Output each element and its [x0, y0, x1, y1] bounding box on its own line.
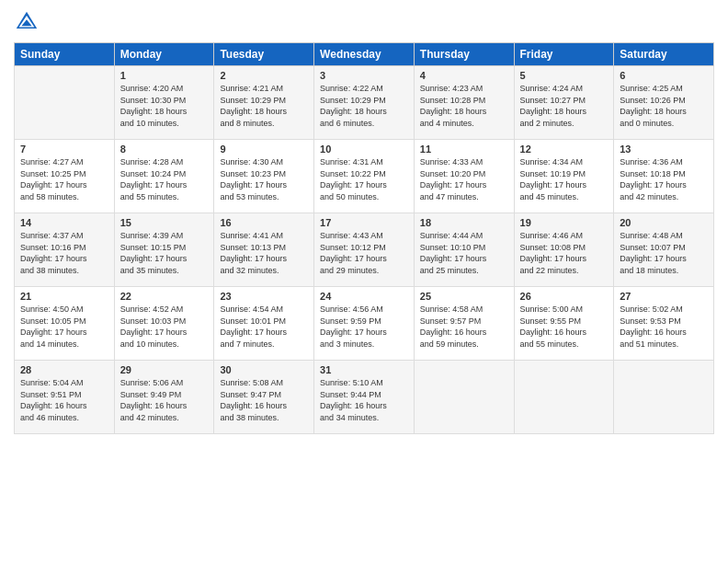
day-cell: [514, 361, 614, 434]
day-number: 17: [320, 217, 408, 228]
day-info: Sunrise: 4:44 AM Sunset: 10:10 PM Daylig…: [420, 230, 508, 276]
day-info: Sunrise: 4:20 AM Sunset: 10:30 PM Daylig…: [120, 83, 209, 129]
day-info: Sunrise: 4:30 AM Sunset: 10:23 PM Daylig…: [220, 156, 308, 202]
col-header-saturday: Saturday: [614, 43, 714, 66]
day-info: Sunrise: 5:02 AM Sunset: 9:53 PM Dayligh…: [620, 304, 708, 350]
day-info: Sunrise: 4:31 AM Sunset: 10:22 PM Daylig…: [320, 156, 408, 202]
day-number: 9: [220, 144, 308, 155]
day-info: Sunrise: 4:39 AM Sunset: 10:15 PM Daylig…: [120, 230, 209, 276]
day-cell: 13Sunrise: 4:36 AM Sunset: 10:18 PM Dayl…: [614, 140, 714, 213]
col-header-sunday: Sunday: [15, 43, 115, 66]
day-cell: 10Sunrise: 4:31 AM Sunset: 10:22 PM Dayl…: [314, 140, 415, 213]
day-info: Sunrise: 5:06 AM Sunset: 9:49 PM Dayligh…: [120, 377, 209, 423]
day-cell: 15Sunrise: 4:39 AM Sunset: 10:15 PM Dayl…: [114, 213, 214, 287]
day-cell: 17Sunrise: 4:43 AM Sunset: 10:12 PM Dayl…: [314, 213, 415, 287]
day-info: Sunrise: 4:48 AM Sunset: 10:07 PM Daylig…: [620, 230, 708, 276]
day-info: Sunrise: 5:00 AM Sunset: 9:55 PM Dayligh…: [520, 304, 609, 350]
week-row-1: 1Sunrise: 4:20 AM Sunset: 10:30 PM Dayli…: [15, 66, 714, 140]
day-number: 7: [20, 144, 108, 155]
day-number: 15: [120, 217, 209, 228]
day-cell: 11Sunrise: 4:33 AM Sunset: 10:20 PM Dayl…: [414, 140, 514, 213]
day-number: 27: [620, 291, 708, 302]
day-cell: 12Sunrise: 4:34 AM Sunset: 10:19 PM Dayl…: [514, 140, 614, 213]
day-number: 24: [320, 291, 408, 302]
day-cell: 21Sunrise: 4:50 AM Sunset: 10:05 PM Dayl…: [15, 287, 115, 361]
day-number: 19: [520, 217, 609, 228]
logo-icon: [14, 9, 40, 35]
day-info: Sunrise: 4:43 AM Sunset: 10:12 PM Daylig…: [320, 230, 408, 276]
day-cell: [414, 361, 514, 434]
day-info: Sunrise: 4:24 AM Sunset: 10:27 PM Daylig…: [520, 83, 609, 129]
day-number: 31: [320, 364, 408, 375]
day-info: Sunrise: 5:08 AM Sunset: 9:47 PM Dayligh…: [220, 377, 308, 423]
day-cell: 23Sunrise: 4:54 AM Sunset: 10:01 PM Dayl…: [214, 287, 314, 361]
day-number: 13: [620, 144, 708, 155]
day-cell: 22Sunrise: 4:52 AM Sunset: 10:03 PM Dayl…: [114, 287, 214, 361]
day-number: 10: [320, 144, 408, 155]
day-number: 3: [320, 70, 408, 81]
day-cell: 6Sunrise: 4:25 AM Sunset: 10:26 PM Dayli…: [614, 66, 714, 140]
day-info: Sunrise: 4:54 AM Sunset: 10:01 PM Daylig…: [220, 304, 308, 350]
day-cell: 2Sunrise: 4:21 AM Sunset: 10:29 PM Dayli…: [214, 66, 314, 140]
day-info: Sunrise: 4:28 AM Sunset: 10:24 PM Daylig…: [120, 156, 209, 202]
day-number: 6: [620, 70, 708, 81]
day-info: Sunrise: 4:46 AM Sunset: 10:08 PM Daylig…: [520, 230, 609, 276]
day-number: 2: [220, 70, 308, 81]
day-info: Sunrise: 4:33 AM Sunset: 10:20 PM Daylig…: [420, 156, 508, 202]
day-info: Sunrise: 4:50 AM Sunset: 10:05 PM Daylig…: [20, 304, 108, 350]
day-number: 4: [420, 70, 508, 81]
week-row-4: 21Sunrise: 4:50 AM Sunset: 10:05 PM Dayl…: [15, 287, 714, 361]
calendar-table: SundayMondayTuesdayWednesdayThursdayFrid…: [14, 42, 714, 434]
day-cell: 31Sunrise: 5:10 AM Sunset: 9:44 PM Dayli…: [314, 361, 415, 434]
day-number: 5: [520, 70, 609, 81]
day-number: 14: [20, 217, 108, 228]
day-cell: 18Sunrise: 4:44 AM Sunset: 10:10 PM Dayl…: [414, 213, 514, 287]
week-row-3: 14Sunrise: 4:37 AM Sunset: 10:16 PM Dayl…: [15, 213, 714, 287]
day-info: Sunrise: 5:10 AM Sunset: 9:44 PM Dayligh…: [320, 377, 408, 423]
day-cell: 16Sunrise: 4:41 AM Sunset: 10:13 PM Dayl…: [214, 213, 314, 287]
day-cell: 8Sunrise: 4:28 AM Sunset: 10:24 PM Dayli…: [114, 140, 214, 213]
day-cell: 4Sunrise: 4:23 AM Sunset: 10:28 PM Dayli…: [414, 66, 514, 140]
day-number: 22: [120, 291, 209, 302]
day-cell: [15, 66, 115, 140]
day-number: 8: [120, 144, 209, 155]
day-cell: [614, 361, 714, 434]
day-cell: 25Sunrise: 4:58 AM Sunset: 9:57 PM Dayli…: [414, 287, 514, 361]
day-cell: 5Sunrise: 4:24 AM Sunset: 10:27 PM Dayli…: [514, 66, 614, 140]
day-info: Sunrise: 4:52 AM Sunset: 10:03 PM Daylig…: [120, 304, 209, 350]
col-header-thursday: Thursday: [414, 43, 514, 66]
col-header-friday: Friday: [514, 43, 614, 66]
week-row-2: 7Sunrise: 4:27 AM Sunset: 10:25 PM Dayli…: [15, 140, 714, 213]
day-number: 25: [420, 291, 508, 302]
day-number: 23: [220, 291, 308, 302]
day-info: Sunrise: 4:41 AM Sunset: 10:13 PM Daylig…: [220, 230, 308, 276]
day-cell: 20Sunrise: 4:48 AM Sunset: 10:07 PM Dayl…: [614, 213, 714, 287]
col-header-monday: Monday: [114, 43, 214, 66]
day-info: Sunrise: 4:58 AM Sunset: 9:57 PM Dayligh…: [420, 304, 508, 350]
day-number: 1: [120, 70, 209, 81]
day-number: 11: [420, 144, 508, 155]
day-number: 30: [220, 364, 308, 375]
day-info: Sunrise: 4:56 AM Sunset: 9:59 PM Dayligh…: [320, 304, 408, 350]
day-info: Sunrise: 5:04 AM Sunset: 9:51 PM Dayligh…: [20, 377, 108, 423]
day-info: Sunrise: 4:21 AM Sunset: 10:29 PM Daylig…: [220, 83, 308, 129]
day-number: 26: [520, 291, 609, 302]
day-number: 16: [220, 217, 308, 228]
day-info: Sunrise: 4:37 AM Sunset: 10:16 PM Daylig…: [20, 230, 108, 276]
col-header-tuesday: Tuesday: [214, 43, 314, 66]
day-info: Sunrise: 4:34 AM Sunset: 10:19 PM Daylig…: [520, 156, 609, 202]
week-row-5: 28Sunrise: 5:04 AM Sunset: 9:51 PM Dayli…: [15, 361, 714, 434]
day-info: Sunrise: 4:36 AM Sunset: 10:18 PM Daylig…: [620, 156, 708, 202]
day-cell: 1Sunrise: 4:20 AM Sunset: 10:30 PM Dayli…: [114, 66, 214, 140]
day-cell: 24Sunrise: 4:56 AM Sunset: 9:59 PM Dayli…: [314, 287, 415, 361]
day-cell: 19Sunrise: 4:46 AM Sunset: 10:08 PM Dayl…: [514, 213, 614, 287]
day-cell: 14Sunrise: 4:37 AM Sunset: 10:16 PM Dayl…: [15, 213, 115, 287]
day-cell: 30Sunrise: 5:08 AM Sunset: 9:47 PM Dayli…: [214, 361, 314, 434]
day-info: Sunrise: 4:22 AM Sunset: 10:29 PM Daylig…: [320, 83, 408, 129]
logo: [14, 9, 43, 35]
day-number: 20: [620, 217, 708, 228]
col-header-wednesday: Wednesday: [314, 43, 415, 66]
day-cell: 28Sunrise: 5:04 AM Sunset: 9:51 PM Dayli…: [15, 361, 115, 434]
day-cell: 29Sunrise: 5:06 AM Sunset: 9:49 PM Dayli…: [114, 361, 214, 434]
day-number: 18: [420, 217, 508, 228]
